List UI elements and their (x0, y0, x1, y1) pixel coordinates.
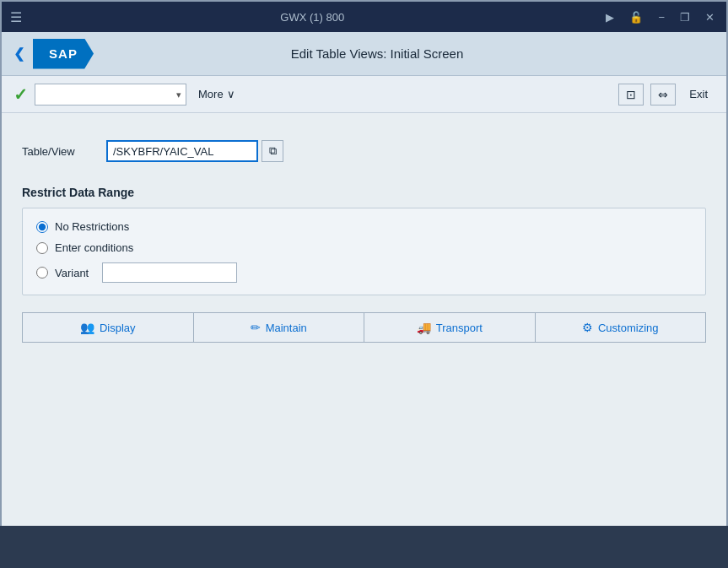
copy-icon: ⧉ (269, 144, 277, 158)
more-label: More (198, 88, 224, 100)
table-view-row: Table/View ⧉ (22, 140, 706, 162)
toolbar: ✓ ▾ More ∨ ⊡ ⇔ Exit (2, 76, 726, 113)
title-bar-left: ☰ (10, 9, 22, 25)
hamburger-icon[interactable]: ☰ (10, 9, 22, 25)
layout-icon: ⊡ (626, 88, 636, 101)
variant-label: Variant (55, 267, 89, 279)
enter-conditions-row: Enter conditions (36, 241, 692, 254)
bottom-bar (0, 526, 728, 568)
sap-header: ❮ SAP Edit Table Views: Initial Screen (2, 32, 726, 76)
enter-conditions-radio[interactable] (36, 242, 48, 254)
customizing-icon: ⚙ (582, 321, 593, 334)
no-restrictions-label: No Restrictions (55, 220, 129, 233)
table-view-input[interactable] (106, 140, 258, 162)
variant-input[interactable] (102, 262, 237, 283)
variant-row: Variant (36, 262, 692, 283)
maintain-label: Maintain (266, 322, 307, 334)
maintain-icon: ✏ (251, 321, 261, 334)
screen-title: Edit Table Views: Initial Screen (107, 46, 647, 61)
dropdown-wrap: ▾ (35, 84, 186, 105)
layout-icon-button[interactable]: ⊡ (618, 84, 644, 105)
title-bar-center: GWX (1) 800 (22, 11, 602, 24)
maintain-button[interactable]: ✏ Maintain (193, 312, 364, 343)
no-restrictions-radio[interactable] (36, 221, 48, 233)
variant-radio[interactable] (36, 267, 48, 279)
more-button[interactable]: More ∨ (193, 85, 240, 103)
more-chevron-icon: ∨ (227, 88, 235, 100)
layout2-icon-button[interactable]: ⇔ (650, 84, 676, 105)
view-dropdown[interactable] (35, 84, 186, 105)
restore-button[interactable]: ❐ (677, 9, 693, 25)
minimize-button[interactable]: − (655, 9, 668, 25)
back-button[interactable]: ❮ (13, 46, 24, 62)
customizing-button[interactable]: ⚙ Customizing (535, 312, 707, 343)
no-restrictions-row: No Restrictions (36, 220, 692, 233)
lock-icon[interactable]: 🔓 (626, 9, 646, 25)
action-buttons: 👥 Display ✏ Maintain 🚚 Transport ⚙ Custo… (22, 312, 706, 343)
transport-label: Transport (436, 322, 483, 334)
title-bar-right: ▶ 🔓 − ❐ ✕ (602, 9, 718, 25)
restrict-data-range-box: No Restrictions Enter conditions Variant (22, 208, 706, 295)
confirm-button[interactable]: ✓ (13, 84, 28, 105)
title-bar: ☰ GWX (1) 800 ▶ 🔓 − ❐ ✕ (2, 2, 726, 32)
exit-button[interactable]: Exit (682, 85, 715, 103)
enter-conditions-label: Enter conditions (55, 241, 133, 254)
customizing-label: Customizing (598, 322, 659, 334)
close-button[interactable]: ✕ (702, 9, 718, 25)
copy-button[interactable]: ⧉ (262, 140, 283, 162)
transport-button[interactable]: 🚚 Transport (364, 312, 535, 343)
sap-logo: SAP (33, 39, 94, 69)
restrict-section-title: Restrict Data Range (22, 186, 706, 199)
display-icon: 👥 (80, 321, 94, 334)
main-content: Table/View ⧉ Restrict Data Range No Rest… (2, 113, 726, 527)
display-label: Display (100, 322, 136, 334)
layout2-icon: ⇔ (658, 88, 668, 101)
table-view-label: Table/View (22, 145, 106, 158)
table-view-input-wrap: ⧉ (106, 140, 283, 162)
transport-icon: 🚚 (417, 321, 431, 334)
display-button[interactable]: 👥 Display (22, 312, 193, 343)
play-icon[interactable]: ▶ (602, 9, 617, 25)
system-info: GWX (1) 800 (280, 11, 344, 24)
